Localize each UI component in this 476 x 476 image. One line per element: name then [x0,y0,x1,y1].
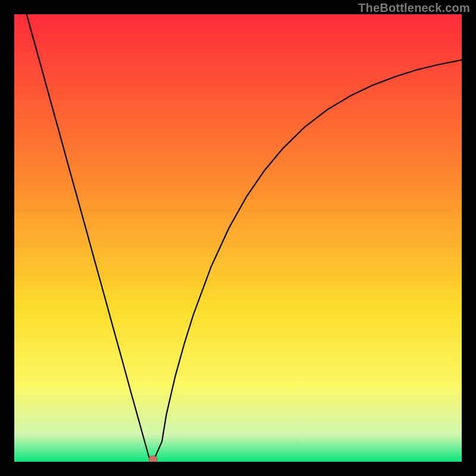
chart-frame: TheBottleneck.com [0,0,476,476]
gradient-background [14,14,462,462]
minimum-marker [149,456,157,462]
attribution-label: TheBottleneck.com [358,1,470,15]
plot-area [14,14,462,462]
chart-svg [14,14,462,462]
